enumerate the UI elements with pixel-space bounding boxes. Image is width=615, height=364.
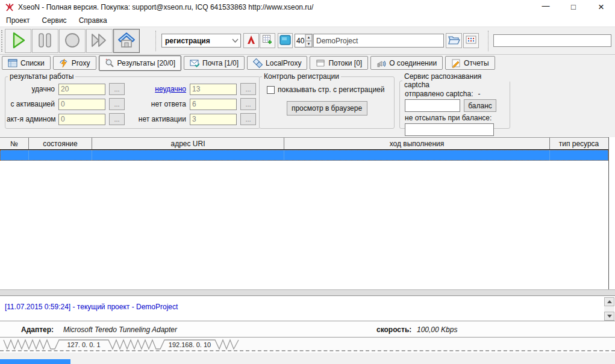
tab-label: Списки: [20, 59, 45, 67]
cell-number: [0, 150, 29, 161]
table-body-empty[interactable]: [0, 161, 608, 289]
tab-threads[interactable]: Потоки [0]: [310, 56, 368, 70]
tab-connection[interactable]: О соединении: [370, 56, 443, 70]
no-answer-more-button[interactable]: ...: [240, 98, 256, 110]
mode-select[interactable]: регистрация: [161, 34, 241, 48]
captcha-sent-label: отправлено captcha:: [405, 90, 473, 98]
failed-link[interactable]: неудачно: [128, 85, 186, 93]
log-scrollbar[interactable]: [604, 297, 614, 321]
toolbar-right-input[interactable]: [493, 34, 611, 47]
splitter-handle[interactable]: [0, 289, 615, 296]
toolbar: регистрация: [0, 27, 615, 55]
table-header: № состояние адрес URI ход выполнения тип…: [0, 137, 608, 150]
progress-bar-segment: [0, 359, 70, 364]
spin-down-icon[interactable]: ▼: [305, 41, 312, 48]
toolbar-gripper[interactable]: [1, 30, 3, 52]
app-logo-icon: [5, 2, 14, 12]
list-icon: [8, 58, 17, 68]
min-balance-input[interactable]: [405, 123, 494, 136]
tab-mail[interactable]: Почта [1/0]: [184, 56, 245, 70]
menu-bar: Проект Сервис Справка: [0, 14, 615, 27]
project-name-input[interactable]: [313, 34, 444, 48]
monitor-icon: [279, 35, 291, 47]
results-table: № состояние адрес URI ход выполнения тип…: [0, 137, 609, 289]
admin-activation-more-button[interactable]: ...: [109, 113, 125, 125]
show-registration-label: показывать стр. с регистрацией: [278, 85, 384, 94]
work-results-group: результаты работы удачно ... неудачно ..…: [5, 72, 260, 129]
lan-ip-value: 192.168. 0. 10: [169, 341, 211, 348]
table-row-selected[interactable]: [0, 150, 608, 161]
failed-more-button[interactable]: ...: [240, 83, 256, 95]
add-grid-button[interactable]: [260, 33, 275, 48]
adapter-status-bar: Адаптер: Microsoft Teredo Tunneling Adap…: [0, 321, 615, 338]
xseon-window: XseoN - Полная версия. Покупка: support@…: [0, 0, 615, 364]
column-state[interactable]: состояние: [29, 138, 92, 149]
failed-field[interactable]: [190, 84, 237, 95]
column-progress[interactable]: ход выполнения: [284, 138, 550, 149]
minimize-button[interactable]: —: [532, 0, 560, 14]
menu-project[interactable]: Проект: [0, 14, 36, 26]
minimize-icon: —: [542, 1, 550, 10]
menu-service[interactable]: Сервис: [36, 14, 73, 26]
stop-button[interactable]: [59, 29, 86, 53]
captcha-sent-value: -: [478, 90, 481, 98]
success-field[interactable]: [58, 84, 105, 95]
show-registration-checkbox[interactable]: [267, 86, 275, 94]
balance-button[interactable]: баланс: [464, 99, 496, 112]
adapter-value: Microsoft Teredo Tunneling Adapter: [63, 325, 177, 334]
spin-up-icon[interactable]: ▲: [305, 34, 312, 41]
column-uri[interactable]: адрес URI: [92, 138, 284, 149]
connection-icon: [376, 58, 386, 68]
log-entry: [11.07.2015 0:59:24] - текущий проект - …: [5, 303, 178, 311]
group-title: Сервис распознавания captcha: [402, 72, 510, 89]
success-more-button[interactable]: ...: [109, 83, 125, 95]
home-button[interactable]: [113, 29, 140, 53]
speed-value: 100,00 Kbps: [417, 325, 457, 334]
view-in-browser-button[interactable]: просмотр в браузере: [287, 101, 367, 116]
with-activation-field[interactable]: [58, 99, 105, 110]
admin-activation-field[interactable]: [58, 114, 105, 125]
pdf-icon: [246, 34, 257, 47]
no-activation-more-button[interactable]: ...: [240, 113, 256, 125]
spinner-arrows: ▲ ▼: [305, 34, 312, 47]
with-activation-more-button[interactable]: ...: [109, 98, 125, 110]
screen-button[interactable]: [278, 33, 293, 48]
forward-button[interactable]: [86, 29, 113, 53]
maximize-button[interactable]: □: [560, 0, 587, 14]
tab-proxy[interactable]: Proxy: [53, 56, 96, 70]
start-button[interactable]: [5, 29, 31, 53]
captcha-sent-input[interactable]: [405, 99, 460, 112]
tab-lists[interactable]: Списки: [2, 56, 51, 70]
tab-localproxy[interactable]: LocalProxy: [247, 56, 307, 70]
no-answer-field[interactable]: [190, 99, 237, 110]
pause-button[interactable]: [32, 29, 58, 53]
menu-help[interactable]: Справка: [73, 14, 113, 26]
tab-bar: Списки Proxy Результаты [20/0] Почта [1/…: [0, 55, 615, 71]
magnifier-icon: [105, 58, 114, 68]
results-panel: результаты работы удачно ... неудачно ..…: [0, 71, 615, 137]
scroll-down-button[interactable]: [604, 312, 614, 321]
close-button[interactable]: ×: [587, 0, 615, 14]
admin-activation-label: акт-я админом: [7, 115, 55, 123]
threads-spinner[interactable]: ▲ ▼: [295, 34, 313, 48]
title-bar: XseoN - Полная версия. Покупка: support@…: [0, 0, 615, 14]
tab-reports[interactable]: Отчеты: [445, 56, 495, 70]
with-activation-label: с активацией: [7, 100, 55, 108]
open-project-button[interactable]: [446, 33, 462, 48]
threads-spinner-input[interactable]: [295, 34, 305, 47]
column-number[interactable]: №: [0, 138, 29, 149]
pdf-export-button[interactable]: [243, 33, 259, 48]
min-balance-label: не отсылать при балансе:: [405, 114, 505, 122]
no-activation-field[interactable]: [190, 114, 237, 125]
properties-grid-icon: [466, 35, 476, 46]
report-icon: [451, 58, 461, 68]
tab-results[interactable]: Результаты [20/0]: [99, 55, 182, 71]
project-properties-button[interactable]: [463, 33, 479, 48]
no-activation-label: нет активации: [128, 115, 186, 123]
log-pane[interactable]: [11.07.2015 0:59:24] - текущий проект - …: [0, 297, 615, 321]
column-resource-type[interactable]: тип ресурса: [550, 138, 608, 149]
scroll-up-icon: [607, 300, 612, 303]
scroll-up-button[interactable]: [604, 297, 614, 306]
folder-open-icon: [448, 35, 460, 46]
toolbar-separator: [155, 31, 156, 51]
